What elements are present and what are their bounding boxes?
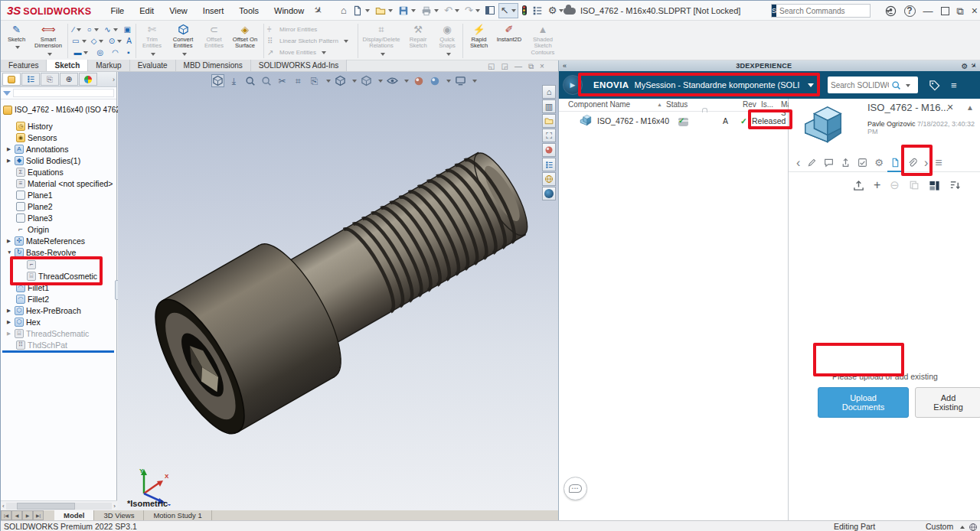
featuremanager-tab[interactable] (2, 73, 21, 86)
tree-item-material[interactable]: ≡Material <not specified> (16, 178, 113, 188)
tabs-scroll-left-icon[interactable]: ‹ (796, 156, 800, 170)
configurationmanager-tab[interactable]: ⎘ (41, 73, 59, 86)
rapid-sketch-button[interactable]: ⚡Rapid Sketch (465, 22, 493, 60)
forum-icon[interactable] (542, 172, 556, 186)
pin-menu-icon[interactable]: ✈ (312, 4, 325, 17)
tree-item-plane2[interactable]: Plane2 (16, 201, 53, 211)
component-row[interactable]: ISO_4762 - M16x40 ✓ A ✓ Released (559, 112, 788, 130)
edit-appearance-icon[interactable] (412, 74, 425, 87)
dimxpertmanager-tab[interactable]: ⊕ (60, 73, 78, 86)
slot-tool-icon[interactable]: ◇ (91, 37, 104, 45)
tree-item-obscured-sketch[interactable]: ⌐ (27, 259, 38, 269)
panel-menu-icon[interactable]: ≡ (951, 80, 957, 91)
session-dropdown-icon[interactable] (808, 83, 814, 90)
add-plus-icon[interactable]: + (874, 178, 880, 192)
tree-item-thdschpat[interactable]: ⠿ThdSchPat (16, 340, 67, 350)
close-detail-icon[interactable]: × (947, 101, 953, 113)
comments-icon[interactable] (824, 158, 834, 168)
offset-entities-button[interactable]: ⊂Offset Entities (200, 22, 228, 60)
save-icon[interactable] (397, 3, 417, 18)
copy-icon[interactable] (909, 180, 920, 191)
select-cursor-icon[interactable]: ↖ (498, 3, 518, 18)
taskpane-home-icon[interactable]: ⌂ (542, 85, 556, 99)
col-is[interactable]: Is... (761, 100, 773, 109)
sort-ascending-icon[interactable]: ▲ (657, 102, 662, 107)
search-commands-input[interactable] (776, 7, 884, 15)
performance-light-icon[interactable] (521, 3, 528, 18)
tabs-scroll-right-icon[interactable]: › (924, 156, 928, 170)
shaded-sketch-contours-button[interactable]: ▲Shaded Sketch Contours (525, 22, 560, 60)
tree-horizontal-scrollbar[interactable]: ‹ › (1, 500, 117, 510)
app-session-selector[interactable]: ENOVIA MySession - Standardne komponente… (589, 76, 818, 94)
view-orientation-icon[interactable] (334, 74, 347, 87)
tab-features[interactable]: Features (1, 60, 47, 71)
col-rev[interactable]: Rev (743, 100, 756, 109)
upload-documents-button[interactable]: Upload Documents (818, 387, 909, 418)
tab-scroll-buttons[interactable]: |◀◀▶▶| (1, 510, 44, 520)
mirror-entities-button[interactable]: ⫩Mirror Entities (267, 24, 354, 34)
appearances-icon[interactable] (542, 143, 556, 157)
menu-view[interactable]: View (162, 4, 194, 18)
open-icon[interactable] (374, 3, 394, 18)
tree-item-matereferences[interactable]: ▶✣MateReferences (7, 236, 85, 246)
next-doc-icon[interactable]: ◲ (501, 62, 508, 71)
upload-icon[interactable] (853, 180, 864, 191)
tree-tabs-overflow-icon[interactable]: › (113, 76, 115, 83)
tree-item-threadcosmetic[interactable]: ⌸ThreadCosmetic (27, 271, 97, 281)
detail-menu-icon[interactable]: ≡ (935, 156, 942, 170)
menu-file[interactable]: File (103, 4, 131, 18)
tree-item-equations[interactable]: ΣEquations (16, 167, 64, 177)
tree-item-hex[interactable]: ▶⬡Hex (7, 317, 41, 327)
menu-tools[interactable]: Tools (232, 4, 266, 18)
zoom-in-out-icon[interactable] (243, 74, 256, 87)
text-tool-icon[interactable]: A (126, 37, 132, 45)
tags-icon[interactable] (929, 80, 940, 91)
tab-mbd-dimensions[interactable]: MBD Dimensions (176, 60, 251, 71)
tree-item-plane1[interactable]: Plane1 (16, 190, 53, 200)
design-library-icon[interactable]: ▥ (542, 99, 556, 113)
col-status[interactable]: Status (666, 100, 688, 109)
annotation-views-icon[interactable]: ⎘ (308, 74, 321, 87)
prev-doc-icon[interactable]: ◱ (488, 62, 495, 71)
display-state-spinner[interactable] (960, 523, 965, 529)
view-settings-icon[interactable] (454, 74, 467, 87)
doc-close-icon[interactable]: × (540, 62, 544, 71)
user-account-icon[interactable] (885, 5, 897, 17)
tree-item-plane3[interactable]: Plane3 (16, 213, 53, 223)
hide-show-items-icon[interactable] (386, 74, 399, 87)
section-view-icon[interactable]: ✂ (276, 74, 289, 87)
view-palette-icon[interactable]: ⛶ (542, 129, 556, 142)
tree-item-threadschematic[interactable]: ▶⌸ThreadSchematic (7, 328, 89, 338)
display-delete-relations-button[interactable]: ⌗Display/Delete Relations (360, 22, 403, 60)
ellipse-tool-icon[interactable]: ⊙ (109, 37, 122, 45)
options-gear-icon[interactable]: ⚙ (547, 3, 566, 18)
menu-insert[interactable]: Insert (196, 4, 231, 18)
scroll-left-icon[interactable]: ‹ (2, 503, 5, 510)
fillet-tool-icon[interactable]: ◠ (112, 48, 119, 57)
linear-sketch-pattern-button[interactable]: ⠿Linear Sketch Pattern (267, 36, 354, 46)
circle-tool-icon[interactable]: ○ (87, 25, 98, 34)
display-style-icon[interactable] (360, 74, 373, 87)
restore-icon[interactable]: ⧉ (957, 6, 964, 16)
zoom-to-area-icon[interactable]: ⤓ (227, 74, 240, 87)
redo-icon[interactable]: ↷ (463, 3, 482, 18)
dynamic-annotation-icon[interactable]: ⌗ (292, 74, 305, 87)
rectangle-tool-icon[interactable]: ▭ (72, 37, 86, 45)
line-tool-icon[interactable]: ∕ (73, 25, 81, 34)
tree-item-origin[interactable]: ⌐Origin (16, 224, 49, 234)
move-entities-button[interactable]: ↗Move Entities (267, 47, 354, 57)
displaymanager-tab[interactable] (79, 73, 97, 86)
apply-scene-icon[interactable] (428, 74, 441, 87)
trim-entities-button[interactable]: ✄Trim Entities (138, 22, 166, 60)
collapse-detail-icon[interactable]: ▲ (966, 103, 974, 112)
print-icon[interactable] (420, 3, 440, 18)
tab-evaluate[interactable]: Evaluate (130, 60, 176, 71)
tab-markup[interactable]: Markup (88, 60, 129, 71)
graphics-viewport[interactable]: ⤓ ✂ ⌗ ⎘ ⌂ ▥ ⛶ (118, 72, 558, 510)
3ds-compass-icon[interactable]: ▶ (563, 75, 583, 95)
file-explorer-icon[interactable] (542, 114, 556, 128)
display-state-selector[interactable]: Custom (926, 522, 953, 531)
panel-pin-icon[interactable]: ✈ (969, 61, 978, 71)
tree-item-solid-bodies[interactable]: ▶◆Solid Bodies(1) (7, 155, 80, 165)
3dexperience-search-input[interactable] (831, 81, 889, 90)
